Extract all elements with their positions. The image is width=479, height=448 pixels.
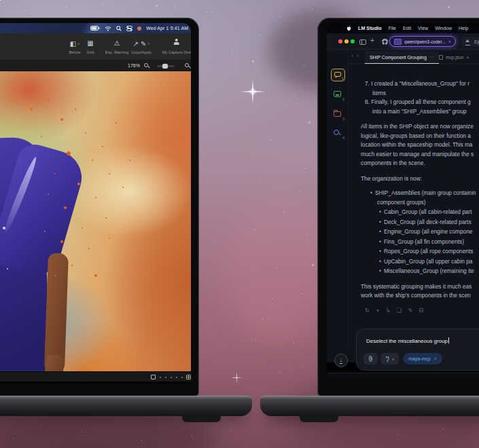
more-icon[interactable]: ∙	[376, 307, 379, 314]
chat-transcript: 7. I created a "Miscellaneous_Group" for…	[361, 79, 479, 314]
model-name: qwen/qwen3-coder...	[404, 39, 446, 44]
grid-view-icon[interactable]	[186, 375, 191, 379]
grid-toggle-label: Grid	[87, 50, 94, 54]
menu-file[interactable]: File	[389, 26, 396, 31]
copy-apply-tools[interactable]: ↗ ✎ ∨Copy/Apply	[131, 39, 152, 54]
exposure-warning-toggle-label: Exp. Warning	[105, 50, 129, 54]
grid-toggle[interactable]: ▦Grid	[87, 39, 94, 54]
sidebar-item-discover[interactable]: 4	[331, 127, 345, 140]
zoom-slider-thumb[interactable]	[162, 64, 168, 69]
edit-icon[interactable]: ✎	[408, 307, 412, 314]
tab-bar: ‹› SHIP Component Grouping ⋯ mcp.json ×	[349, 50, 479, 64]
chat-line: The organization is now:	[361, 174, 479, 184]
sidebar-item-chat[interactable]: 1	[331, 69, 345, 81]
laptop-foot	[182, 416, 221, 422]
mcp-badge-maya[interactable]: maya-mcp ×	[403, 353, 442, 365]
delete-icon[interactable]: ⊟	[419, 307, 423, 314]
chat-line: items	[361, 89, 479, 98]
tab-more-icon[interactable]: ⋯	[429, 54, 434, 60]
file-icon	[439, 55, 443, 60]
chat-line: 7. I created a "Miscellaneous_Group" for…	[361, 79, 479, 89]
tab-close-icon[interactable]: ×	[466, 55, 469, 60]
tab-ship-component-grouping[interactable]: SHIP Component Grouping ⋯	[365, 51, 439, 64]
page-dot[interactable]	[176, 377, 177, 378]
plug-icon	[385, 356, 390, 362]
tab-mcp-json[interactable]: mcp.json ×	[434, 51, 474, 64]
menu-window[interactable]: Window	[435, 26, 452, 31]
stars	[0, 0, 1, 1]
chat-bubble-icon	[334, 72, 341, 77]
wifi-icon[interactable]	[105, 26, 111, 31]
copy-apply-tools-icon: ↗ ✎ ∨	[131, 39, 152, 48]
menu-edit[interactable]: Edit	[403, 26, 411, 31]
lm-studio-window: + qwen/qwen3-coder... ∨ Eject	[327, 33, 479, 362]
person-icon	[174, 39, 180, 45]
page-dot[interactable]	[171, 377, 172, 378]
menu-view[interactable]: View	[418, 26, 428, 31]
copy-apply-tools-label: Copy/Apply	[131, 50, 152, 54]
viewer-zoom-bar: 176%	[0, 60, 191, 71]
battery-icon[interactable]	[90, 26, 100, 31]
left-laptop-lid: Wed Apr 1 9:41 AM ◧ ∨Before▦Grid⚠Exp. Wa…	[0, 18, 199, 396]
badge-close-icon[interactable]: ×	[434, 356, 437, 361]
maximize-button[interactable]	[351, 39, 355, 43]
chat-line: SHIP_Assemblies (main group containin	[361, 189, 479, 198]
apple-icon[interactable]	[347, 26, 351, 31]
minimize-button[interactable]	[344, 39, 349, 43]
zoom-slider[interactable]	[157, 65, 175, 67]
before-toggle-icon: ◧ ∨	[69, 39, 80, 48]
zoom-in-icon[interactable]	[185, 63, 189, 67]
chevron-down-icon: ∨	[76, 41, 79, 45]
downloads-button[interactable]: ↓	[334, 354, 348, 367]
search-icon[interactable]	[116, 26, 122, 31]
left-laptop-base	[0, 396, 252, 416]
chevron-down-icon: ∨	[146, 41, 149, 45]
app-name[interactable]: LM Studio	[358, 25, 382, 31]
eject-icon	[465, 39, 469, 42]
model-selector[interactable]: qwen/qwen3-coder... ∨	[389, 36, 456, 47]
chat-input[interactable]: Deselect the miscellaneous group ∨ maya-…	[356, 329, 479, 371]
selection-square-icon[interactable]	[151, 375, 156, 379]
status-bar: ✦ LM Studio 0.3.39 (Build 2) RAM: 18.07 …	[327, 373, 479, 377]
menu-items: FileEditViewWindowHelp	[389, 26, 469, 31]
menu-bar-clock[interactable]: Wed Apr 1 9:41 AM	[146, 26, 188, 31]
eject-model-button[interactable]: Eject	[461, 37, 479, 46]
control-center-icon[interactable]	[126, 26, 132, 31]
chat-line: Deck_Group (all deck-related parts	[361, 218, 479, 227]
close-button[interactable]	[338, 39, 342, 43]
page-dot[interactable]	[181, 377, 183, 378]
before-toggle[interactable]: ◧ ∨Before	[69, 39, 80, 54]
lm-sidebar-rail: 1 2 3 4	[327, 50, 349, 347]
mcp-integrations-button[interactable]: ∨	[380, 353, 399, 365]
chat-line: much easier to manage and manipulate the…	[361, 150, 479, 160]
right-laptop-lid: LM Studio FileEditViewWindowHelp + qwen/…	[317, 18, 479, 396]
tab-nav-arrows[interactable]: ‹›	[351, 52, 362, 59]
new-chat-button[interactable]: +	[370, 37, 374, 44]
exposure-warning-toggle[interactable]: ⚠Exp. Warning	[105, 39, 129, 54]
branch-icon[interactable]: ↳	[385, 307, 390, 314]
sidebar-toggle-icon[interactable]	[359, 39, 366, 45]
search-icon	[334, 130, 339, 135]
chat-input-value: Deselect the miscellaneous group	[366, 337, 449, 344]
model-badge-icon	[394, 39, 402, 45]
chat-line: work with the ship's components in the s…	[361, 291, 479, 301]
photo-viewer	[0, 71, 191, 371]
settings-gear-icon[interactable]	[382, 39, 388, 45]
macos-menu-bar: LM Studio FileEditViewWindowHelp	[327, 23, 479, 33]
attach-file-button[interactable]	[363, 353, 378, 365]
copy-icon[interactable]: ❏	[397, 307, 402, 314]
my-capture-one-label: My Capture One	[162, 50, 191, 54]
menu-help[interactable]: Help	[459, 26, 468, 31]
sidebar-item-my-models[interactable]: 3	[331, 108, 345, 121]
regenerate-icon[interactable]: ↻	[365, 307, 370, 314]
chat-line: All items in the SHIP object are now org…	[361, 122, 479, 132]
macos-menu-bar: Wed Apr 1 9:41 AM	[0, 23, 191, 33]
page-dot[interactable]	[160, 377, 161, 378]
page-dot[interactable]	[165, 377, 166, 378]
before-toggle-label: Before	[69, 50, 80, 54]
menubar-app-icon[interactable]	[137, 26, 141, 31]
my-capture-one[interactable]: My Capture One	[162, 39, 191, 54]
sidebar-item-developer[interactable]: 2	[331, 88, 345, 101]
zoom-out-icon[interactable]	[144, 63, 148, 67]
lm-toolbar: + qwen/qwen3-coder... ∨ Eject	[327, 33, 479, 50]
